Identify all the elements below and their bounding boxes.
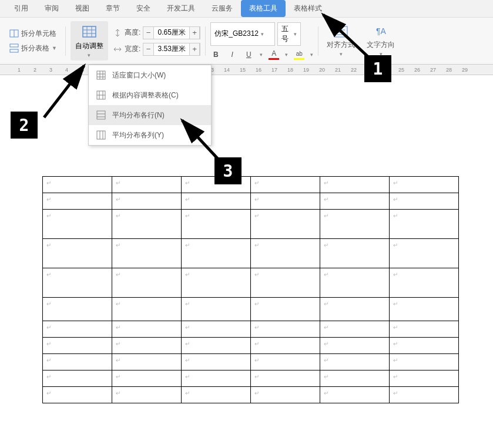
table-cell[interactable]: ↵ <box>43 370 112 387</box>
table-cell[interactable]: ↵ <box>320 321 390 338</box>
table-row[interactable]: ↵↵↵↵↵↵ <box>43 298 459 321</box>
table-cell[interactable]: ↵ <box>182 370 251 387</box>
table-cell[interactable]: ↵ <box>390 387 459 403</box>
table-cell[interactable]: ↵ <box>390 321 459 338</box>
height-input[interactable] <box>154 27 189 39</box>
table-cell[interactable]: ↵ <box>182 387 251 403</box>
table-cell[interactable]: ↵ <box>43 321 112 338</box>
table-row[interactable]: ↵↵↵↵↵↵ <box>43 268 459 298</box>
table-cell[interactable]: ↵ <box>182 210 251 239</box>
table-cell[interactable]: ↵ <box>182 354 251 370</box>
menu-cite[interactable]: 引用 <box>6 0 36 17</box>
font-color-button[interactable]: A <box>269 49 279 60</box>
width-minus-button[interactable]: − <box>143 43 154 55</box>
table-row[interactable]: ↵↵↵↵↵↵ <box>43 177 459 193</box>
table-cell[interactable]: ↵ <box>43 298 112 321</box>
table-cell[interactable]: ↵ <box>43 338 112 354</box>
table-cell[interactable]: ↵ <box>320 177 390 193</box>
table-cell[interactable]: ↵ <box>43 268 112 298</box>
table-cell[interactable]: ↵ <box>390 370 459 387</box>
width-spinner[interactable]: − + <box>143 43 200 56</box>
table-cell[interactable]: ↵ <box>112 354 182 370</box>
table-cell[interactable]: ↵ <box>390 239 459 268</box>
table-cell[interactable]: ↵ <box>320 354 390 370</box>
table-cell[interactable]: ↵ <box>112 321 182 338</box>
auto-adjust-button[interactable]: 自动调整 ▾ <box>71 21 108 60</box>
table-cell[interactable]: ↵ <box>390 338 459 354</box>
table-cell[interactable]: ↵ <box>182 193 251 210</box>
table-cell[interactable]: ↵ <box>43 387 112 403</box>
table-cell[interactable]: ↵ <box>182 239 251 268</box>
underline-button[interactable]: U <box>243 49 254 60</box>
table-cell[interactable]: ↵ <box>182 338 251 354</box>
font-size-select[interactable]: 五号 ▾ <box>277 22 301 46</box>
table-cell[interactable]: ↵ <box>320 298 390 321</box>
table-cell[interactable]: ↵ <box>112 370 182 387</box>
table-cell[interactable]: ↵ <box>251 321 320 338</box>
table-cell[interactable]: ↵ <box>251 177 320 193</box>
table-row[interactable]: ↵↵↵↵↵↵ <box>43 354 459 370</box>
table-cell[interactable]: ↵ <box>251 210 320 239</box>
table-cell[interactable]: ↵ <box>112 239 182 268</box>
table-cell[interactable]: ↵ <box>251 239 320 268</box>
table-cell[interactable]: ↵ <box>182 298 251 321</box>
width-plus-button[interactable]: + <box>189 43 200 55</box>
highlight-button[interactable]: ab <box>294 49 304 60</box>
split-cell-button[interactable]: 拆分单元格 <box>6 28 61 40</box>
table-cell[interactable]: ↵ <box>390 298 459 321</box>
table-cell[interactable]: ↵ <box>43 354 112 370</box>
menu-table-tools[interactable]: 表格工具 <box>241 0 286 17</box>
table-cell[interactable]: ↵ <box>251 338 320 354</box>
bold-button[interactable]: B <box>210 49 221 60</box>
menu-view[interactable]: 视图 <box>67 0 98 17</box>
table-cell[interactable]: ↵ <box>43 177 112 193</box>
table-cell[interactable]: ↵ <box>112 177 182 193</box>
table-cell[interactable]: ↵ <box>112 268 182 298</box>
table-cell[interactable]: ↵ <box>112 387 182 403</box>
table-row[interactable]: ↵↵↵↵↵↵ <box>43 370 459 387</box>
italic-button[interactable]: I <box>227 49 237 60</box>
table-row[interactable]: ↵↵↵↵↵↵ <box>43 321 459 338</box>
table-cell[interactable]: ↵ <box>251 298 320 321</box>
table-cell[interactable]: ↵ <box>182 321 251 338</box>
table-cell[interactable]: ↵ <box>182 268 251 298</box>
table-cell[interactable]: ↵ <box>251 354 320 370</box>
table-cell[interactable]: ↵ <box>43 193 112 210</box>
table-cell[interactable]: ↵ <box>251 268 320 298</box>
dropdown-fit-window[interactable]: 适应窗口大小(W) <box>89 65 211 85</box>
table-cell[interactable]: ↵ <box>320 338 390 354</box>
table-row[interactable]: ↵↵↵↵↵↵ <box>43 338 459 354</box>
table-cell[interactable]: ↵ <box>43 210 112 239</box>
table-cell[interactable]: ↵ <box>112 298 182 321</box>
table-cell[interactable]: ↵ <box>251 193 320 210</box>
table-cell[interactable]: ↵ <box>251 370 320 387</box>
table-row[interactable]: ↵↵↵↵↵↵ <box>43 387 459 403</box>
split-table-button[interactable]: 拆分表格 ▼ <box>6 42 61 55</box>
menu-cloud[interactable]: 云服务 <box>203 0 241 17</box>
height-plus-button[interactable]: + <box>189 27 200 39</box>
table-cell[interactable]: ↵ <box>112 338 182 354</box>
menu-devtools[interactable]: 开发工具 <box>159 0 203 17</box>
table-row[interactable]: ↵↵↵↵↵↵ <box>43 239 459 268</box>
menu-review[interactable]: 审阅 <box>36 0 67 17</box>
table-cell[interactable]: ↵ <box>390 268 459 298</box>
height-spinner[interactable]: − + <box>143 26 200 39</box>
table-cell[interactable]: ↵ <box>320 193 390 210</box>
table-cell[interactable]: ↵ <box>112 210 182 239</box>
menu-chapter[interactable]: 章节 <box>98 0 128 17</box>
height-minus-button[interactable]: − <box>143 27 154 39</box>
table-cell[interactable]: ↵ <box>390 177 459 193</box>
table-cell[interactable]: ↵ <box>320 387 390 403</box>
table-cell[interactable]: ↵ <box>390 193 459 210</box>
menu-security[interactable]: 安全 <box>128 0 159 17</box>
table-row[interactable]: ↵↵↵↵↵↵ <box>43 210 459 239</box>
table-cell[interactable]: ↵ <box>320 239 390 268</box>
table-cell[interactable]: ↵ <box>251 387 320 403</box>
table-cell[interactable]: ↵ <box>320 268 390 298</box>
document-table[interactable]: ↵↵↵↵↵↵↵↵↵↵↵↵↵↵↵↵↵↵↵↵↵↵↵↵↵↵↵↵↵↵↵↵↵↵↵↵↵↵↵↵… <box>42 176 459 403</box>
table-cell[interactable]: ↵ <box>390 354 459 370</box>
table-cell[interactable]: ↵ <box>320 210 390 239</box>
width-input[interactable] <box>154 43 189 55</box>
table-cell[interactable]: ↵ <box>112 193 182 210</box>
table-row[interactable]: ↵↵↵↵↵↵ <box>43 193 459 210</box>
